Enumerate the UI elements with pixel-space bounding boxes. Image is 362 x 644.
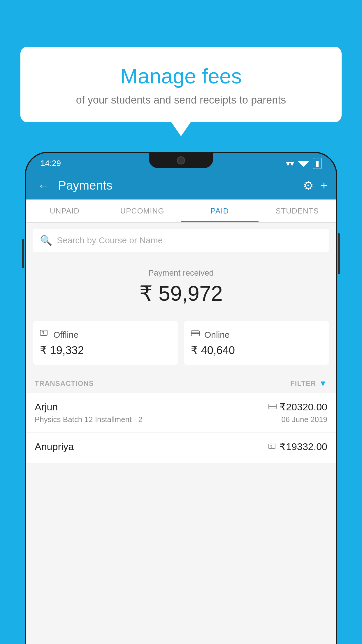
- tab-upcoming[interactable]: UPCOMING: [103, 200, 181, 222]
- phone-side-left: [22, 239, 24, 268]
- svg-text:₹: ₹: [270, 445, 272, 448]
- transaction-name-arjun: Arjun: [35, 401, 58, 413]
- payment-received-amount: ₹ 59,972: [33, 281, 329, 306]
- offline-card: ₹ Offline ₹ 19,332: [33, 321, 178, 365]
- filter-button[interactable]: FILTER ▼: [290, 379, 327, 388]
- offline-payment-icon-anupriya: ₹: [268, 442, 277, 451]
- svg-text:₹: ₹: [42, 330, 45, 335]
- tab-unpaid[interactable]: UNPAID: [26, 200, 103, 222]
- phone-frame: 14:29 ▾▾ ◥◤ ▮ ← Payments ⚙ + UNPAID UPCO…: [25, 152, 337, 644]
- payment-cards: ₹ Offline ₹ 19,332: [26, 321, 336, 372]
- back-button[interactable]: ←: [35, 176, 52, 195]
- wifi-icon: ▾▾: [286, 159, 294, 168]
- card-payment-icon-arjun: [268, 402, 277, 412]
- filter-icon: ▼: [319, 379, 327, 388]
- settings-icon[interactable]: ⚙: [303, 179, 314, 192]
- payment-received-section: Payment received ₹ 59,972: [26, 258, 336, 321]
- transaction-amount-wrap-arjun: ₹20320.00: [268, 401, 327, 413]
- status-time: 14:29: [41, 159, 61, 168]
- transaction-row-anupriya[interactable]: Anupriya ₹ ₹19332.00: [26, 433, 336, 463]
- bubble-title: Manage fees: [38, 64, 324, 88]
- online-label: Online: [204, 330, 230, 340]
- online-card-header: Online: [191, 329, 322, 340]
- search-icon: 🔍: [40, 235, 52, 246]
- signal-icon: ◥◤: [298, 159, 309, 168]
- transaction-amount-arjun: ₹20320.00: [280, 401, 327, 413]
- transaction-name-anupriya: Anupriya: [35, 441, 74, 452]
- svg-rect-3: [191, 332, 199, 334]
- online-card: Online ₹ 40,640: [184, 321, 329, 365]
- filter-label: FILTER: [290, 379, 316, 388]
- offline-card-header: ₹ Offline: [40, 329, 171, 340]
- transaction-top-arjun: Arjun ₹20320.00: [35, 401, 327, 413]
- phone-camera: [177, 156, 185, 164]
- add-icon[interactable]: +: [321, 179, 327, 192]
- svg-rect-5: [269, 406, 276, 407]
- tabs: UNPAID UPCOMING PAID STUDENTS: [26, 200, 336, 223]
- tab-paid[interactable]: PAID: [181, 200, 259, 222]
- app-bar-icons: ⚙ +: [303, 179, 327, 192]
- transaction-row-arjun[interactable]: Arjun ₹20320.00 Physics Batch 12 Install…: [26, 393, 336, 433]
- app-title: Payments: [58, 178, 297, 192]
- transaction-bottom-arjun: Physics Batch 12 Installment - 2 06 June…: [35, 415, 327, 424]
- phone-screen: 14:29 ▾▾ ◥◤ ▮ ← Payments ⚙ + UNPAID UPCO…: [26, 153, 336, 644]
- transactions-label: TRANSACTIONS: [35, 379, 94, 388]
- phone-notch: [149, 153, 213, 168]
- battery-icon: ▮: [313, 158, 321, 169]
- tab-students[interactable]: STUDENTS: [259, 200, 336, 222]
- search-bar[interactable]: 🔍 Search by Course or Name: [33, 229, 329, 252]
- offline-label: Offline: [53, 330, 78, 340]
- phone-side-right: [338, 233, 340, 274]
- app-bar: ← Payments ⚙ +: [26, 172, 336, 200]
- search-input[interactable]: Search by Course or Name: [57, 235, 163, 245]
- transactions-header: TRANSACTIONS FILTER ▼: [26, 372, 336, 393]
- speech-bubble-container: Manage fees of your students and send re…: [20, 47, 342, 122]
- transaction-top-anupriya: Anupriya ₹ ₹19332.00: [35, 441, 327, 452]
- transaction-desc-arjun: Physics Batch 12 Installment - 2: [35, 415, 143, 424]
- offline-amount: ₹ 19,332: [40, 344, 171, 357]
- bubble-subtitle: of your students and send receipts to pa…: [38, 94, 324, 106]
- payment-received-label: Payment received: [33, 268, 329, 278]
- offline-icon: ₹: [40, 329, 49, 340]
- speech-bubble: Manage fees of your students and send re…: [20, 47, 342, 122]
- transaction-amount-wrap-anupriya: ₹ ₹19332.00: [268, 441, 327, 452]
- online-icon: [191, 329, 200, 340]
- online-amount: ₹ 40,640: [191, 344, 322, 357]
- transaction-amount-anupriya: ₹19332.00: [280, 441, 327, 452]
- transaction-date-arjun: 06 June 2019: [281, 415, 327, 424]
- screen-content: 🔍 Search by Course or Name Payment recei…: [26, 223, 336, 644]
- status-icons: ▾▾ ◥◤ ▮: [286, 158, 321, 169]
